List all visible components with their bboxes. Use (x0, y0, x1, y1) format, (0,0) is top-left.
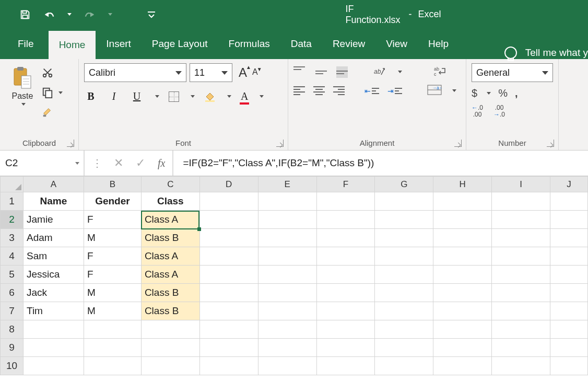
font-color-dropdown-icon[interactable] (260, 95, 264, 98)
fill-color-button[interactable] (204, 91, 216, 102)
col-header-B[interactable]: B (84, 177, 141, 192)
tab-formulas[interactable]: Formulas (218, 29, 280, 59)
cell-C10[interactable] (141, 357, 199, 375)
cell-C3[interactable]: Class B (141, 229, 199, 247)
cell-G3[interactable] (375, 229, 433, 247)
increase-indent-button[interactable]: ⇥ (387, 87, 402, 95)
align-top-button[interactable] (293, 66, 305, 78)
cell-J2[interactable] (550, 211, 587, 229)
col-header-H[interactable]: H (433, 177, 492, 192)
cell-F1[interactable] (316, 192, 375, 211)
wrap-text-button[interactable]: abc (433, 65, 446, 78)
undo-icon[interactable] (43, 8, 55, 21)
cell-J5[interactable] (550, 266, 587, 284)
cell-J9[interactable] (550, 339, 587, 357)
cell-E4[interactable] (258, 247, 316, 266)
fill-handle[interactable] (197, 227, 201, 231)
borders-button[interactable] (169, 91, 179, 102)
cell-B8[interactable] (84, 320, 141, 339)
cell-E10[interactable] (258, 357, 316, 375)
cell-E3[interactable] (258, 229, 316, 247)
tab-home[interactable]: Home (49, 31, 96, 59)
save-icon[interactable] (19, 8, 31, 21)
cell-D4[interactable] (199, 247, 258, 266)
select-all-corner[interactable] (1, 177, 23, 192)
comma-button[interactable]: , (515, 87, 518, 99)
orientation-button[interactable]: ab (373, 65, 385, 78)
row-header-4[interactable]: 4 (1, 247, 23, 266)
cancel-formula-icon[interactable]: ✕ (114, 156, 123, 170)
undo-dropdown[interactable] (67, 13, 72, 16)
number-launcher-icon[interactable] (547, 140, 554, 147)
tab-file[interactable]: File (0, 29, 49, 59)
cell-E7[interactable] (258, 302, 316, 320)
font-size-combo[interactable]: 11 (190, 63, 232, 82)
cell-I7[interactable] (492, 302, 550, 320)
cell-H4[interactable] (433, 247, 492, 266)
cell-B7[interactable]: M (84, 302, 141, 320)
underline-dropdown-icon[interactable] (155, 95, 159, 98)
italic-button[interactable]: I (107, 90, 121, 102)
copy-button[interactable] (42, 86, 63, 99)
cell-B10[interactable] (84, 357, 141, 375)
cell-H7[interactable] (433, 302, 492, 320)
col-header-A[interactable]: A (23, 177, 84, 192)
decrease-decimal-button[interactable]: .00→.0 (493, 105, 505, 118)
cell-H9[interactable] (433, 339, 492, 357)
cell-D10[interactable] (199, 357, 258, 375)
cell-A10[interactable] (23, 357, 84, 375)
cell-G2[interactable] (375, 211, 433, 229)
cell-D2[interactable] (199, 211, 258, 229)
col-header-G[interactable]: G (375, 177, 433, 192)
cell-F7[interactable] (316, 302, 375, 320)
cell-I3[interactable] (492, 229, 550, 247)
cell-D5[interactable] (199, 266, 258, 284)
cell-A4[interactable]: Sam (23, 247, 84, 266)
align-bottom-button[interactable] (336, 66, 348, 78)
cell-F3[interactable] (316, 229, 375, 247)
cell-I9[interactable] (492, 339, 550, 357)
col-header-I[interactable]: I (492, 177, 550, 192)
cell-E5[interactable] (258, 266, 316, 284)
cell-G6[interactable] (375, 284, 433, 302)
cell-F4[interactable] (316, 247, 375, 266)
cell-F5[interactable] (316, 266, 375, 284)
cell-A9[interactable] (23, 339, 84, 357)
name-box[interactable]: C2 (0, 151, 85, 176)
expand-formula-bar-icon[interactable]: ⋮ (92, 157, 101, 169)
cell-H5[interactable] (433, 266, 492, 284)
cell-E2[interactable] (258, 211, 316, 229)
currency-button[interactable]: $ (472, 87, 477, 99)
name-box-dropdown-icon[interactable] (75, 162, 79, 165)
insert-function-icon[interactable]: fx (158, 157, 165, 169)
cell-F9[interactable] (316, 339, 375, 357)
paste-button[interactable]: Paste (5, 63, 40, 135)
cell-C5[interactable]: Class A (141, 266, 199, 284)
cell-H1[interactable] (433, 192, 492, 211)
row-header-1[interactable]: 1 (1, 192, 23, 211)
cell-A5[interactable]: Jessica (23, 266, 84, 284)
font-launcher-icon[interactable] (276, 140, 284, 147)
cell-H2[interactable] (433, 211, 492, 229)
decrease-font-button[interactable]: A▼ (252, 67, 258, 82)
cell-H3[interactable] (433, 229, 492, 247)
row-header-5[interactable]: 5 (1, 266, 23, 284)
cell-J10[interactable] (550, 357, 587, 375)
cell-A7[interactable]: Tim (23, 302, 84, 320)
cell-E9[interactable] (258, 339, 316, 357)
align-right-button[interactable] (333, 86, 345, 95)
cell-C4[interactable]: Class A (141, 247, 199, 266)
alignment-launcher-icon[interactable] (454, 140, 462, 147)
merge-center-button[interactable]: →a← (427, 85, 442, 97)
cell-E6[interactable] (258, 284, 316, 302)
cell-D8[interactable] (199, 320, 258, 339)
cell-G4[interactable] (375, 247, 433, 266)
cell-I10[interactable] (492, 357, 550, 375)
cell-H10[interactable] (433, 357, 492, 375)
increase-decimal-button[interactable]: ←.0.00 (472, 105, 483, 118)
cell-J7[interactable] (550, 302, 587, 320)
borders-dropdown-icon[interactable] (191, 95, 195, 98)
tell-me-search[interactable]: Tell me what y (497, 47, 588, 59)
cell-I6[interactable] (492, 284, 550, 302)
cell-B4[interactable]: F (84, 247, 141, 266)
